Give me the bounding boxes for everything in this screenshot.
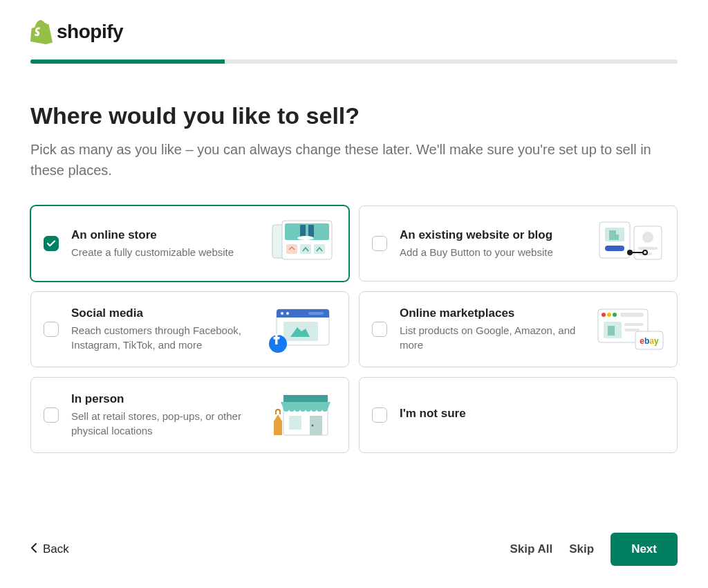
option-in-person[interactable]: In person Sell at retail stores, pop-ups… (30, 377, 349, 453)
svg-point-30 (607, 313, 611, 317)
checkbox[interactable] (44, 236, 59, 251)
checkbox[interactable] (372, 322, 387, 337)
marketplaces-illustration: ebay (595, 305, 664, 353)
back-label: Back (43, 542, 69, 556)
option-title: An online store (71, 228, 254, 242)
shopify-bag-icon (30, 19, 53, 44)
svg-rect-35 (624, 323, 644, 326)
brand-logo: shopify (30, 19, 678, 44)
social-media-illustration (267, 305, 336, 353)
option-desc: List products on Google, Amazon, and mor… (400, 323, 583, 352)
svg-point-31 (613, 313, 617, 317)
checkbox[interactable] (44, 407, 59, 423)
svg-rect-22 (277, 315, 329, 318)
in-person-illustration (267, 391, 336, 439)
svg-text:ebay: ebay (640, 336, 659, 346)
svg-point-43 (312, 425, 314, 427)
svg-rect-34 (608, 326, 615, 336)
svg-point-24 (286, 312, 289, 315)
option-not-sure[interactable]: I'm not sure (359, 377, 678, 453)
svg-point-23 (281, 312, 283, 315)
page-title: Where would you like to sell? (30, 102, 678, 129)
back-button[interactable]: Back (30, 542, 69, 556)
option-existing-website[interactable]: An existing website or blog Add a Buy Bu… (359, 205, 678, 282)
svg-point-15 (642, 232, 653, 243)
svg-rect-8 (314, 244, 325, 254)
progress-fill (30, 59, 225, 64)
progress-bar (30, 59, 678, 64)
svg-rect-13 (605, 246, 624, 251)
option-title: Social media (71, 306, 254, 320)
option-online-store[interactable]: An online store Create a fully customiza… (30, 205, 349, 282)
svg-rect-6 (286, 244, 297, 254)
svg-point-5 (297, 236, 314, 240)
options-grid: An online store Create a fully customiza… (30, 205, 678, 453)
checkbox[interactable] (44, 322, 59, 337)
option-online-marketplaces[interactable]: Online marketplaces List products on Goo… (359, 291, 678, 367)
next-button[interactable]: Next (611, 533, 678, 566)
skip-button[interactable]: Skip (569, 542, 594, 556)
page-subtitle: Pick as many as you like – you can alway… (30, 139, 667, 181)
online-store-illustration (267, 219, 336, 268)
option-desc: Reach customers through Facebook, Instag… (71, 323, 254, 352)
option-desc: Create a fully customizable website (71, 245, 254, 259)
option-title: Online marketplaces (400, 306, 583, 320)
svg-rect-11 (609, 230, 616, 240)
footer: Back Skip All Skip Next (30, 516, 678, 588)
option-desc: Add a Buy Button to your website (400, 245, 583, 259)
svg-rect-25 (308, 312, 324, 315)
option-desc: Sell at retail stores, pop-ups, or other… (71, 409, 254, 438)
svg-rect-36 (624, 329, 640, 331)
checkbox[interactable] (372, 407, 387, 423)
checkbox[interactable] (372, 236, 387, 251)
svg-rect-40 (283, 395, 328, 402)
svg-rect-32 (620, 313, 644, 317)
svg-point-29 (602, 313, 606, 317)
option-social-media[interactable]: Social media Reach customers through Fac… (30, 291, 349, 367)
existing-website-illustration (595, 219, 664, 268)
option-title: I'm not sure (400, 407, 664, 421)
option-title: In person (71, 392, 254, 406)
chevron-left-icon (30, 542, 37, 556)
svg-rect-12 (616, 235, 619, 240)
skip-all-button[interactable]: Skip All (510, 542, 553, 556)
svg-rect-41 (289, 416, 301, 430)
svg-rect-7 (300, 244, 311, 254)
option-title: An existing website or blog (400, 228, 583, 242)
svg-rect-16 (638, 247, 658, 250)
brand-name: shopify (57, 21, 123, 43)
